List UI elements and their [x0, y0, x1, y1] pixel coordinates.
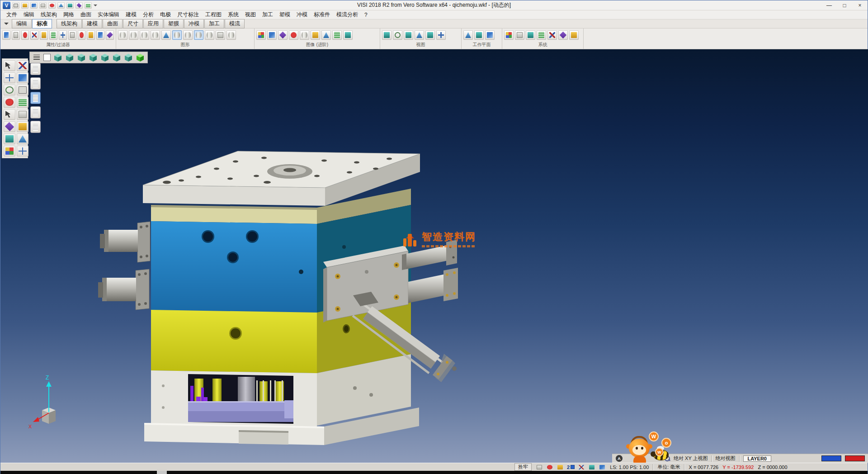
menu-progress[interactable]: 冲模 [293, 10, 311, 19]
measure-status-icon[interactable] [578, 464, 585, 470]
pan-icon[interactable] [404, 30, 413, 40]
dynamic-view-icon[interactable] [436, 30, 446, 40]
settings-icon[interactable] [75, 2, 83, 9]
menu-wireframe[interactable]: 线架构 [38, 10, 60, 19]
undo-icon[interactable] [57, 2, 65, 9]
snapshot-icon[interactable] [515, 30, 524, 40]
new-file-icon[interactable] [12, 2, 19, 9]
menu-analysis[interactable]: 分析 [140, 10, 157, 19]
capture-icon[interactable] [343, 30, 353, 40]
color-filter-icon[interactable] [21, 30, 29, 40]
quality-icon[interactable] [226, 30, 236, 40]
pick-tool-icon[interactable] [4, 109, 15, 120]
move-tool-icon[interactable] [4, 72, 15, 83]
clipboard-slot-2-icon[interactable] [30, 77, 41, 90]
menu-machining[interactable]: 加工 [259, 10, 276, 19]
mask-icon[interactable] [68, 30, 76, 40]
chart-status-icon[interactable] [557, 464, 564, 470]
menu-dimension[interactable]: 尺寸标注 [174, 10, 202, 19]
cube-status-icon[interactable] [588, 464, 595, 470]
tab-progress-die[interactable]: 冲模 [184, 19, 204, 28]
snap-lock-toggle[interactable]: 拴牢 [514, 463, 532, 471]
save-icon[interactable] [30, 2, 38, 9]
menu-help[interactable]: ? [361, 11, 371, 19]
background-icon[interactable] [311, 30, 320, 40]
previous-view-icon[interactable] [425, 30, 435, 40]
highlight-color-chip[interactable] [845, 455, 865, 461]
clipboard-slot-4-icon[interactable] [30, 106, 41, 118]
modify-tool-icon[interactable] [17, 72, 28, 83]
maximize-button[interactable]: □ [837, 0, 852, 10]
annotation-badge[interactable]: A [616, 455, 623, 462]
texture-icon[interactable] [267, 30, 277, 40]
ambient-icon[interactable] [289, 30, 298, 40]
select-yellow-icon[interactable] [87, 30, 95, 40]
reflection-icon[interactable] [300, 30, 309, 40]
rotate-view-icon[interactable] [415, 30, 424, 40]
viewbar-menu-icon[interactable] [33, 54, 41, 61]
tabbar-dropdown-icon[interactable] [4, 23, 9, 27]
surface-tool-icon[interactable] [4, 133, 15, 144]
render-icon[interactable] [151, 30, 160, 40]
select-blue-icon[interactable] [96, 30, 104, 40]
view-plane-icon[interactable] [43, 54, 51, 61]
layer-tool-icon[interactable] [17, 121, 28, 132]
print-icon[interactable] [39, 2, 47, 9]
view-iso-icon[interactable] [53, 53, 62, 62]
taskbar-item[interactable] [157, 471, 167, 474]
record-status-icon[interactable] [546, 464, 553, 470]
dynamic-mode-icon[interactable] [194, 30, 203, 40]
section-icon[interactable] [216, 30, 225, 40]
tab-machining[interactable]: 加工 [204, 19, 224, 28]
snap-tool-icon[interactable] [17, 146, 28, 156]
record-icon[interactable] [48, 2, 56, 9]
palette-icon[interactable] [504, 30, 514, 40]
shading-icon[interactable] [118, 30, 127, 40]
attribute-paint-icon[interactable] [2, 30, 10, 40]
rotate-tool-icon[interactable] [4, 121, 15, 132]
menu-mould[interactable]: 塑模 [276, 10, 293, 19]
circle-tool-icon[interactable] [4, 85, 15, 95]
shade-edges-icon[interactable] [161, 30, 171, 40]
visi-logo-icon[interactable]: V [3, 2, 10, 9]
menu-standard-parts[interactable]: 标准件 [311, 10, 333, 19]
hidden-line-icon[interactable] [140, 30, 149, 40]
close-button[interactable]: × [852, 0, 868, 10]
shadow-icon[interactable] [321, 30, 331, 40]
view-front-icon[interactable] [77, 53, 86, 62]
shaded-mode-icon[interactable] [172, 30, 182, 40]
plane-tool-icon[interactable] [17, 109, 28, 120]
measure-icon[interactable] [547, 30, 557, 40]
move-filter-icon[interactable] [59, 30, 67, 40]
menu-solid-edit[interactable]: 实体编辑 [94, 10, 123, 19]
tab-standard[interactable]: 标准 [32, 19, 52, 28]
open-file-icon[interactable] [21, 2, 28, 9]
mesh-tool-icon[interactable] [17, 97, 28, 108]
sheet-tool-icon[interactable] [17, 85, 28, 95]
workplane-new-icon[interactable] [463, 30, 473, 40]
tab-dimension[interactable]: 尺寸 [123, 19, 143, 28]
menu-drawing[interactable]: 工程图 [202, 10, 225, 19]
delete-tool-icon[interactable] [4, 97, 15, 108]
zoom-window-icon[interactable] [393, 30, 402, 40]
trim-tool-icon[interactable] [17, 60, 28, 71]
grid-settings-icon[interactable] [537, 30, 546, 40]
layers-status-icon[interactable] [599, 464, 606, 470]
attribute-copy-icon[interactable] [12, 30, 20, 40]
menu-electrode[interactable]: 电极 [157, 10, 174, 19]
tab-wireframe[interactable]: 线架构 [57, 19, 82, 28]
clipboard-slot-1-icon[interactable] [30, 63, 41, 75]
select-red-icon[interactable] [78, 30, 86, 40]
active-layer-indicator[interactable]: LAYER0 [743, 455, 771, 462]
menu-surface[interactable]: 曲面 [77, 10, 94, 19]
menu-mesh[interactable]: 网格 [60, 10, 77, 19]
tab-mould[interactable]: 塑膜 [164, 19, 184, 28]
erase-filter-icon[interactable] [30, 30, 38, 40]
select-purple-icon[interactable] [106, 30, 114, 40]
globe-icon[interactable] [526, 30, 535, 40]
units-indicator[interactable]: 单位: 毫米 [657, 464, 680, 470]
grid-icon[interactable] [85, 2, 92, 9]
light-icon[interactable] [278, 30, 288, 40]
minimize-button[interactable]: — [821, 0, 837, 10]
clipboard-slot-5-icon[interactable] [30, 121, 41, 133]
